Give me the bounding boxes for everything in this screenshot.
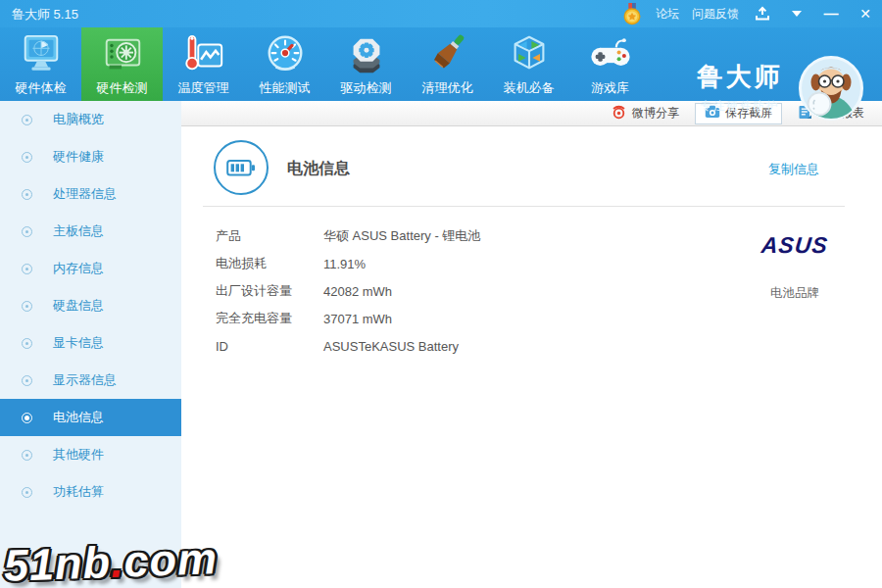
page-title: 电池信息 <box>287 159 350 179</box>
sidebar-item-motherboard-info[interactable]: 主板信息 <box>0 213 181 250</box>
weibo-icon <box>611 104 627 122</box>
cube-icon <box>507 32 552 77</box>
radio-bullet-icon <box>22 487 32 498</box>
row-label: 出厂设计容量 <box>216 282 323 300</box>
feedback-link[interactable]: 问题反馈 <box>692 6 739 23</box>
radio-bullet-icon <box>22 450 32 461</box>
tab-hardware-detect[interactable]: 硬件检测 <box>81 27 163 101</box>
tab-label: 装机必备 <box>504 79 555 97</box>
radio-bullet-icon <box>22 226 32 237</box>
row-label: 电池损耗 <box>216 255 323 272</box>
radio-bullet-icon <box>22 375 32 386</box>
asus-logo: ASUS <box>745 215 846 275</box>
battery-info-panel: 电池信息 复制信息 产品 华硕 ASUS Battery - 锂电池 电池损耗 … <box>181 126 882 588</box>
upload-icon[interactable] <box>752 3 773 24</box>
51nb-watermark: 51nb.com <box>3 533 219 588</box>
battery-icon <box>214 140 269 195</box>
battery-brand-caption: 电池品牌 <box>748 285 842 302</box>
row-value: ASUSTeKASUS Battery <box>323 339 459 354</box>
gear-stack-icon <box>344 32 389 77</box>
sidebar-item-battery-info[interactable]: 电池信息 <box>0 399 181 436</box>
minimize-button[interactable]: — <box>820 3 842 24</box>
brand-name: 鲁大师 <box>686 60 794 94</box>
mascot-avatar[interactable] <box>799 56 863 121</box>
toolbar-tabs: 硬件体检 <box>0 27 651 101</box>
weibo-share-button[interactable]: 微博分享 <box>611 104 679 123</box>
gauge-icon <box>263 32 308 77</box>
gpu-card-icon <box>100 32 145 77</box>
sidebar-item-computer-overview[interactable]: 电脑概览 <box>0 101 181 138</box>
radio-bullet-icon <box>22 152 32 163</box>
sidebar-nav: 电脑概览 硬件健康 处理器信息 主板信息 内存信息 硬盘信息 显卡信息 显示器 <box>0 101 181 588</box>
tab-temperature[interactable]: 温度管理 <box>163 27 244 101</box>
sidebar-item-power-estimate[interactable]: 功耗估算 <box>0 473 181 511</box>
tab-hardware-checkup[interactable]: 硬件体检 <box>0 27 81 101</box>
table-row: 产品 华硕 ASUS Battery - 锂电池 <box>181 222 730 250</box>
tab-label: 硬件体检 <box>16 79 67 97</box>
tab-label: 硬件检测 <box>97 79 148 97</box>
gamepad-icon <box>588 32 633 77</box>
row-label: 完全充电容量 <box>216 310 323 327</box>
radio-bullet-icon <box>22 301 32 312</box>
table-row: 出厂设计容量 42082 mWh <box>181 277 730 305</box>
table-row: 完全充电容量 37071 mWh <box>181 305 730 332</box>
titlebar: 鲁大师 5.15 论坛 问题反馈 — <box>0 0 882 27</box>
sidebar-item-cpu-info[interactable]: 处理器信息 <box>0 175 181 213</box>
radio-bullet-icon <box>22 338 32 349</box>
tab-label: 温度管理 <box>178 79 229 97</box>
table-row: ID ASUSTeKASUS Battery <box>181 332 730 360</box>
app-window: 鲁大师 5.15 论坛 问题反馈 — <box>0 0 882 588</box>
close-button[interactable]: ✕ <box>855 3 876 24</box>
window-title: 鲁大师 5.15 <box>12 6 78 24</box>
row-value: 37071 mWh <box>323 312 392 326</box>
battery-info-table: 产品 华硕 ASUS Battery - 锂电池 电池损耗 11.91% 出厂设… <box>181 222 730 360</box>
tab-label: 性能测试 <box>260 79 311 97</box>
row-value: 11.91% <box>323 257 366 271</box>
main-toolbar: 硬件体检 <box>0 27 882 101</box>
sidebar-item-hardware-health[interactable]: 硬件健康 <box>0 138 181 175</box>
brand-slogan: 专注硬件防护 <box>686 99 794 114</box>
table-row: 电池损耗 11.91% <box>181 250 730 277</box>
tab-label: 游戏库 <box>591 79 629 97</box>
monitor-radar-icon <box>19 32 64 77</box>
sidebar-item-gpu-info[interactable]: 显卡信息 <box>0 324 181 362</box>
sidebar-item-other-hardware[interactable]: 其他硬件 <box>0 436 181 473</box>
tab-label: 清理优化 <box>422 79 473 97</box>
brush-icon <box>425 32 470 77</box>
tab-driver[interactable]: 驱动检测 <box>325 27 407 101</box>
row-label: 产品 <box>216 227 323 245</box>
titlebar-actions: 论坛 问题反馈 — ✕ <box>621 0 876 27</box>
sidebar-item-disk-info[interactable]: 硬盘信息 <box>0 287 181 324</box>
sidebar-item-memory-info[interactable]: 内存信息 <box>0 250 181 287</box>
medal-icon[interactable] <box>621 3 643 24</box>
copy-info-link[interactable]: 复制信息 <box>768 161 819 178</box>
thermometer-chart-icon <box>181 32 226 77</box>
tab-performance[interactable]: 性能测试 <box>244 27 325 101</box>
radio-bullet-icon <box>22 115 32 125</box>
radio-bullet-icon <box>22 264 32 274</box>
menu-caret-icon[interactable] <box>786 3 808 24</box>
app-brand: 鲁大师 专注硬件防护 <box>686 60 794 114</box>
radio-bullet-icon <box>22 189 32 200</box>
weibo-share-label: 微博分享 <box>632 105 679 122</box>
tab-label: 驱动检测 <box>341 79 392 97</box>
sidebar-item-monitor-info[interactable]: 显示器信息 <box>0 362 181 399</box>
row-value: 42082 mWh <box>323 284 392 299</box>
forum-link[interactable]: 论坛 <box>656 6 679 23</box>
tab-essentials[interactable]: 装机必备 <box>488 27 569 101</box>
row-value: 华硕 ASUS Battery - 锂电池 <box>323 227 480 245</box>
row-label: ID <box>216 339 323 354</box>
tab-cleanup[interactable]: 清理优化 <box>407 27 488 101</box>
tab-games[interactable]: 游戏库 <box>569 27 651 101</box>
radio-bullet-icon <box>22 413 32 423</box>
header-divider <box>203 206 845 207</box>
battery-brand-box: ASUS 电池品牌 <box>748 215 842 302</box>
